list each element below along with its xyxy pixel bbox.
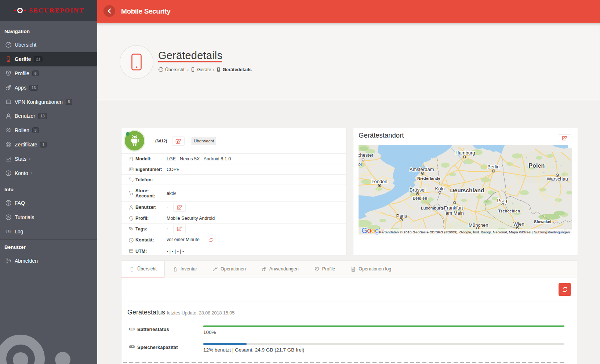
svg-text:Polen: Polen bbox=[529, 163, 545, 169]
svg-text:Wien: Wien bbox=[513, 221, 524, 227]
svg-text:Kartendaten © 2018 GeoBasis-DE: Kartendaten © 2018 GeoBasis-DE/BKG (©200… bbox=[379, 230, 531, 234]
svg-text:Brüssel: Brüssel bbox=[410, 187, 425, 193]
svg-text:Amsterdam: Amsterdam bbox=[410, 167, 434, 172]
svg-text:ool: ool bbox=[359, 161, 362, 167]
svg-text:Hamburg: Hamburg bbox=[455, 150, 475, 156]
svg-text:Slowakei: Slowakei bbox=[534, 219, 551, 224]
svg-text:am Main: am Main bbox=[446, 210, 464, 216]
svg-text:Tschechien: Tschechien bbox=[498, 209, 520, 213]
svg-text:Prag: Prag bbox=[497, 198, 507, 203]
svg-text:London: London bbox=[371, 179, 387, 184]
svg-text:Belgien: Belgien bbox=[412, 196, 427, 200]
svg-text:Warschau: Warschau bbox=[547, 176, 568, 182]
svg-text:| Nutzungsbedingungen: | Nutzungsbedingungen bbox=[532, 230, 570, 234]
svg-text:Frankfurt: Frankfurt bbox=[444, 205, 463, 211]
svg-text:Köln: Köln bbox=[435, 186, 445, 192]
svg-text:Berlin: Berlin bbox=[487, 164, 499, 170]
svg-text:Niederlande: Niederlande bbox=[417, 176, 440, 181]
svg-text:Deutschland: Deutschland bbox=[450, 187, 484, 193]
svg-text:Paris: Paris bbox=[396, 213, 407, 219]
svg-text:nchester: nchester bbox=[359, 152, 374, 158]
svg-text:Luxemburg: Luxemburg bbox=[421, 206, 443, 210]
svg-text:München: München bbox=[469, 222, 488, 228]
